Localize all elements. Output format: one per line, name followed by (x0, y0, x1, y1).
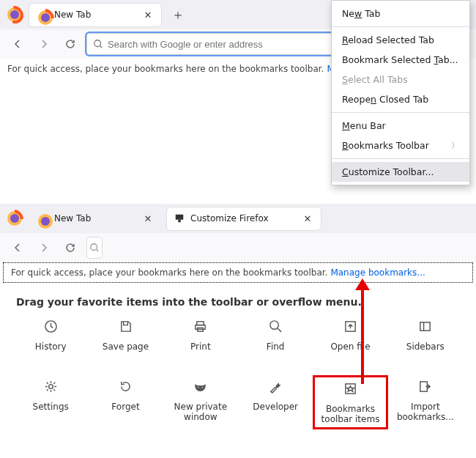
find-icon (267, 318, 283, 334)
menu-new-tab[interactable]: New Tab (332, 4, 469, 23)
tool-label: Open file (330, 341, 370, 352)
customize-panel: Drag your favorite items into the toolba… (0, 283, 476, 429)
svg-point-16 (270, 320, 278, 328)
annotation-arrow-stem (361, 289, 364, 384)
bookbar-text: For quick access, place your bookmarks h… (7, 64, 324, 74)
svg-point-11 (91, 244, 97, 251)
menu-separator (332, 158, 469, 159)
svg-point-4 (94, 40, 101, 47)
tool-open-file[interactable]: Open file (313, 315, 387, 355)
tool-forget[interactable]: Forget (88, 375, 163, 429)
search-icon (93, 39, 103, 49)
titlebar: New Tab ✕ Customize Firefox ✕ (0, 204, 476, 233)
tool-print[interactable]: Print (163, 315, 238, 355)
open-file-icon (342, 318, 358, 334)
tool-label: Settings (33, 402, 69, 412)
annotation-arrow-head (355, 278, 370, 290)
new-tab-button[interactable]: ＋ (167, 4, 189, 26)
tool-label: Bookmarks toolbar items (316, 404, 384, 424)
tool-label: Find (267, 341, 285, 352)
close-icon[interactable]: ✕ (142, 9, 154, 21)
history-icon (42, 318, 59, 334)
tool-developer[interactable]: Developer (238, 375, 313, 429)
svg-point-3 (41, 13, 50, 22)
close-icon[interactable]: ✕ (142, 213, 154, 224)
gear-icon (42, 378, 59, 394)
bookmarks-toolbar-dropzone[interactable]: For quick access, place your bookmarks h… (3, 262, 473, 283)
tab-label: New Tab (54, 10, 91, 20)
tool-label: Developer (253, 402, 298, 412)
tool-settings[interactable]: Settings (13, 375, 88, 429)
reload-button[interactable] (60, 34, 81, 54)
menu-separator (332, 112, 469, 113)
tool-find[interactable]: Find (238, 315, 313, 355)
mask-icon (193, 378, 209, 394)
svg-rect-10 (178, 220, 181, 223)
bookbar-text: For quick access, place your bookmarks h… (11, 267, 327, 278)
menu-bookmarks-toolbar[interactable]: Bookmarks Toolbar〉 (332, 136, 469, 155)
tab-new-tab[interactable]: New Tab ✕ (29, 207, 161, 230)
menu-bookmark-selected-tab[interactable]: Bookmark Selected Tab... (332, 50, 469, 70)
tool-label: Import bookmarks... (390, 402, 461, 422)
back-button[interactable] (7, 237, 28, 258)
tab-label: New Tab (54, 213, 91, 224)
firefox-icon (37, 9, 48, 21)
menu-reopen-closed-tab[interactable]: Reopen Closed Tab (332, 89, 469, 109)
svg-point-8 (41, 217, 50, 226)
firefox-logo-icon (6, 6, 23, 23)
menu-menu-bar[interactable]: Menu Bar (332, 116, 469, 136)
menu-separator (332, 26, 469, 27)
tool-bookmarks-toolbar-items[interactable]: Bookmarks toolbar items (313, 375, 387, 429)
tool-label: Sidebars (406, 341, 445, 352)
tab-new-tab[interactable]: New Tab ✕ (29, 4, 161, 26)
import-icon (417, 378, 434, 394)
forward-button[interactable] (34, 237, 54, 258)
firefox-logo-icon (6, 210, 23, 227)
tools-grid: History Save page Print Find Open file S… (0, 315, 476, 429)
search-icon (89, 243, 100, 253)
tool-import-bookmarks[interactable]: Import bookmarks... (388, 375, 463, 429)
tab-label: Customize Firefox (190, 213, 269, 224)
svg-point-21 (201, 386, 204, 388)
svg-point-19 (48, 384, 53, 388)
tool-label: History (35, 341, 67, 352)
print-icon (193, 318, 209, 334)
tool-label: Forget (111, 402, 139, 412)
menu-select-all-tabs: Select All Tabs (332, 70, 469, 89)
svg-point-1 (10, 10, 19, 19)
tool-sidebars[interactable]: Sidebars (388, 315, 463, 355)
chevron-right-icon: 〉 (451, 140, 459, 151)
tab-context-menu: New Tab Reload Selected Tab Bookmark Sel… (331, 0, 470, 185)
tool-save-page[interactable]: Save page (88, 315, 163, 355)
search-button[interactable] (86, 237, 103, 259)
tool-label: New private window (165, 402, 237, 422)
save-icon (117, 318, 133, 334)
tool-history[interactable]: History (13, 315, 88, 355)
menu-reload-selected-tab[interactable]: Reload Selected Tab (332, 30, 469, 50)
reload-button[interactable] (60, 237, 81, 258)
menu-customize-toolbar[interactable]: Customize Toolbar... (332, 162, 469, 182)
wrench-icon (267, 378, 283, 394)
svg-rect-14 (196, 325, 205, 329)
svg-point-20 (198, 386, 200, 388)
forget-icon (117, 378, 133, 394)
brush-icon (174, 213, 185, 224)
bookmark-star-icon (342, 380, 358, 396)
close-icon[interactable]: ✕ (302, 213, 313, 224)
svg-rect-9 (176, 215, 184, 220)
back-button[interactable] (7, 34, 28, 54)
tab-customize-firefox[interactable]: Customize Firefox ✕ (167, 207, 321, 230)
nav-toolbar (0, 233, 476, 262)
browser-window-1: New Tab ✕ ＋ For quick access, place your… (0, 0, 476, 204)
firefox-icon (37, 213, 48, 224)
tool-new-private-window[interactable]: New private window (163, 375, 238, 429)
manage-bookmarks-link[interactable]: Manage bookmarks... (330, 267, 425, 278)
customize-title: Drag your favorite items into the toolba… (0, 283, 476, 315)
tool-label: Print (190, 341, 211, 352)
tool-label: Save page (103, 341, 149, 352)
forward-button[interactable] (34, 34, 54, 54)
svg-rect-18 (420, 322, 430, 330)
browser-window-2: New Tab ✕ Customize Firefox ✕ For quick … (0, 204, 476, 429)
sidebars-icon (417, 318, 434, 334)
svg-point-6 (10, 214, 19, 223)
